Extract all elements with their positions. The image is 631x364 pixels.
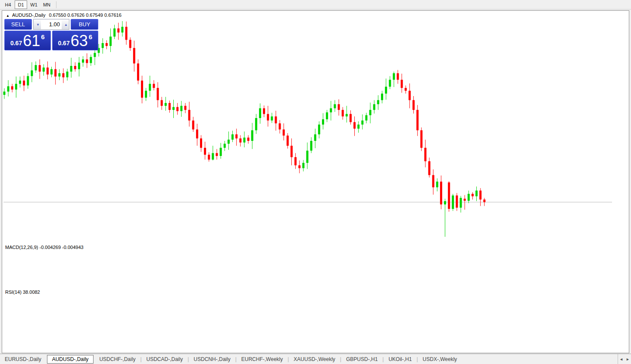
candlestick xyxy=(436,182,438,187)
candlestick xyxy=(283,130,285,136)
chart-tab-eurchf-weekly[interactable]: EURCHF-,Weekly xyxy=(237,355,287,363)
buy-price-pip: 6 xyxy=(89,33,92,40)
chart-tab-audusd-daily[interactable]: AUDUSD-,Daily xyxy=(47,355,94,364)
candlestick xyxy=(161,100,163,106)
rsi-label: RSI(14) 38.0082 xyxy=(5,289,40,295)
volume-down-icon[interactable]: ▼ xyxy=(34,19,41,29)
candlestick xyxy=(129,40,131,48)
candlestick xyxy=(23,81,25,85)
candlestick xyxy=(27,76,29,86)
volume-stepper: ▼ ▲ xyxy=(33,19,69,30)
candlestick xyxy=(330,108,332,112)
sell-button[interactable]: SELL xyxy=(4,19,32,30)
candlestick xyxy=(15,84,17,90)
candlestick xyxy=(243,137,245,142)
candlestick xyxy=(31,70,33,76)
terminal-stage: H4D1W1MN ▲AUDUSD-,Daily0.67550 0.67626 0… xyxy=(0,0,631,364)
candlestick xyxy=(19,81,21,84)
candlestick xyxy=(409,91,411,100)
candlestick xyxy=(432,175,434,187)
candlestick xyxy=(247,137,250,141)
tab-scroll-left-icon[interactable]: ◄ xyxy=(618,357,625,361)
buy-price-big: 63 xyxy=(71,34,88,48)
candlestick xyxy=(102,43,104,48)
candlestick xyxy=(149,84,151,91)
candlestick xyxy=(306,151,309,163)
sell-price-box[interactable]: 0.67 61 6 xyxy=(4,31,51,50)
candlestick xyxy=(196,130,198,139)
candlestick xyxy=(141,81,143,98)
candlestick xyxy=(212,153,214,159)
candlestick xyxy=(428,161,431,175)
chart-tab-gbpusd-h1[interactable]: GBPUSD-,H1 xyxy=(341,355,382,363)
candlestick xyxy=(204,148,206,155)
chart-tab-usdx-weekly[interactable]: USDX-,Weekly xyxy=(418,355,462,363)
collapse-triangle-icon[interactable]: ▲ xyxy=(6,14,9,18)
chart-tab-ukoil-h1[interactable]: UKOil-,H1 xyxy=(384,355,416,363)
candlestick xyxy=(310,141,312,151)
candlestick xyxy=(472,194,474,196)
candlestick xyxy=(200,138,202,148)
candlestick xyxy=(251,130,253,141)
candlestick xyxy=(137,63,139,81)
candlestick xyxy=(125,27,128,40)
candlestick xyxy=(381,93,383,100)
candlestick xyxy=(165,103,167,106)
candlestick xyxy=(235,134,237,138)
candlestick xyxy=(43,68,45,72)
candlestick xyxy=(298,165,300,168)
candlestick xyxy=(440,182,442,205)
candlestick xyxy=(133,48,135,63)
candlestick xyxy=(47,68,49,75)
candlestick xyxy=(106,43,108,46)
macd-label: MACD(12,26,9) -0.004269 -0.004943 xyxy=(5,245,84,250)
candlestick xyxy=(78,62,80,69)
candlestick xyxy=(444,201,446,205)
candlestick xyxy=(401,80,403,88)
candlestick xyxy=(113,28,116,37)
chart-tab-eurusd-daily[interactable]: EURUSD-,Daily xyxy=(0,355,46,363)
chart-title: ▲AUDUSD-,Daily0.67550 0.67626 0.67549 0.… xyxy=(6,12,122,18)
candlestick xyxy=(220,148,222,156)
candlestick xyxy=(35,65,37,70)
candlestick xyxy=(346,114,348,117)
candlestick xyxy=(322,119,324,124)
buy-price-box[interactable]: 0.67 63 6 xyxy=(52,31,99,50)
candlestick xyxy=(50,69,53,75)
candlestick xyxy=(424,148,426,161)
volume-input[interactable] xyxy=(41,19,62,29)
tab-scroll-right-icon[interactable]: ► xyxy=(625,357,631,361)
chart-tab-usdcnh-daily[interactable]: USDCNH-,Daily xyxy=(189,355,235,363)
sell-price-prefix: 0.67 xyxy=(10,40,22,47)
candlestick xyxy=(11,86,13,90)
chart-tab-xauusd-weekly[interactable]: XAUUSD-,Weekly xyxy=(289,355,340,363)
candlestick xyxy=(361,121,363,124)
candlestick xyxy=(318,124,320,134)
candlestick xyxy=(54,69,56,77)
candlestick xyxy=(393,73,395,80)
candlestick xyxy=(294,157,297,165)
candlestick xyxy=(326,112,328,119)
candlestick xyxy=(353,122,356,129)
candlestick xyxy=(7,86,9,91)
candlestick xyxy=(180,106,182,111)
candlestick xyxy=(338,104,340,110)
candlestick xyxy=(291,146,293,157)
ohlc-readout: 0.67550 0.67626 0.67549 0.67616 xyxy=(49,12,122,18)
chart-tab-usdcad-daily[interactable]: USDCAD-,Daily xyxy=(142,355,188,363)
buy-button[interactable]: BUY xyxy=(71,19,98,30)
candlestick xyxy=(82,59,84,63)
candlestick xyxy=(397,73,399,80)
chart-background xyxy=(2,11,629,352)
candlestick xyxy=(357,124,359,128)
chart-tab-usdchf-daily[interactable]: USDCHF-,Daily xyxy=(94,355,140,363)
candlestick xyxy=(275,116,277,123)
candlestick xyxy=(192,121,194,130)
candlestick xyxy=(184,106,186,110)
candlestick xyxy=(373,104,375,110)
volume-up-icon[interactable]: ▲ xyxy=(62,19,69,29)
candlestick xyxy=(188,110,191,121)
candlestick xyxy=(94,53,96,57)
candlestick xyxy=(412,100,415,110)
sell-price-big: 61 xyxy=(23,34,40,48)
